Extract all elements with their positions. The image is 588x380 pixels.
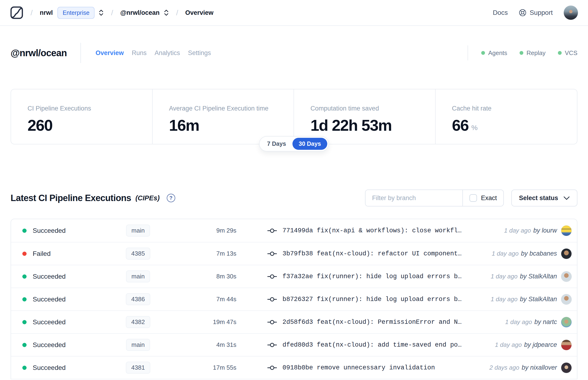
range-30-days-button[interactable]: 30 Days — [292, 138, 327, 150]
meta-cell: 1 day ago by lourw — [504, 225, 572, 236]
duration-label: 7m 13s — [171, 250, 236, 257]
author-label: by nixallover — [522, 364, 557, 371]
workspace-crumb[interactable]: @nrwl/ocean — [120, 9, 159, 17]
table-row[interactable]: Succeeded main 9m 29s 771499da fix(nx-ap… — [11, 219, 577, 242]
duration-label: 4m 31s — [171, 341, 236, 348]
commit-link[interactable]: b8726327 fix(runner): hide log upload er… — [283, 296, 462, 303]
stats-section: CI Pipeline Executions 260 Average CI Pi… — [11, 89, 577, 144]
user-avatar[interactable] — [564, 5, 578, 20]
status-dot — [520, 51, 523, 55]
enterprise-badge[interactable]: Enterprise — [57, 7, 95, 19]
time-label: 1 day ago — [505, 318, 532, 326]
status-label: Succeeded — [33, 296, 66, 303]
branch-cell: 4381 — [105, 362, 171, 374]
top-nav: / nrwl Enterprise / @nrwl/ocean / Overvi… — [0, 0, 588, 26]
branch-cell: main — [105, 225, 171, 237]
stat-value: 16m — [169, 117, 199, 133]
commit-link[interactable]: 771499da fix(nx-api & workflows): close … — [283, 227, 462, 234]
branch-cell: 4385 — [105, 247, 171, 260]
table-row[interactable]: Succeeded 4381 17m 55s 0918b0be remove u… — [11, 356, 577, 379]
docs-link[interactable]: Docs — [493, 9, 508, 17]
time-label: 1 day ago — [491, 273, 517, 280]
commit-cell: 3b79fb38 feat(nx-cloud): refactor UI com… — [267, 250, 492, 257]
range-7-days-button[interactable]: 7 Days — [261, 138, 292, 150]
branch-cell: main — [105, 339, 171, 351]
commit-link[interactable]: f37a32ae fix(runner): hide log upload er… — [283, 273, 462, 280]
git-commit-icon — [267, 296, 277, 303]
status-dot — [22, 252, 27, 256]
status-label: Succeeded — [33, 273, 66, 280]
table-row[interactable]: Succeeded 4382 19m 47s 2d58f6d3 feat(nx-… — [11, 310, 577, 333]
table-row[interactable]: Succeeded main 4m 31s dfed80d3 feat(nx-c… — [11, 333, 577, 356]
stat-card-time-saved: Computation time saved 1d 22h 53m — [294, 89, 436, 144]
status-label: Succeeded — [33, 364, 66, 372]
status-label: Succeeded — [33, 318, 66, 326]
service-agents[interactable]: Agents — [481, 49, 507, 57]
nx-cloud-logo-icon[interactable] — [10, 6, 23, 19]
stat-value: 1d 22h 53m — [310, 117, 392, 133]
status-label: Succeeded — [33, 227, 66, 234]
org-crumb[interactable]: nrwl — [40, 9, 53, 17]
branch-badge: 4386 — [126, 293, 150, 305]
time-label: 1 day ago — [504, 227, 531, 234]
page-crumb[interactable]: Overview — [185, 9, 214, 17]
service-replay[interactable]: Replay — [520, 49, 546, 57]
lifebuoy-icon — [519, 9, 527, 17]
commit-link[interactable]: dfed80d3 feat(nx-cloud): add time-saved … — [283, 342, 462, 348]
service-label: VCS — [565, 49, 577, 57]
cipes-filters: Exact Select status — [365, 190, 577, 207]
duration-label: 9m 29s — [171, 227, 236, 234]
commit-link[interactable]: 3b79fb38 feat(nx-cloud): refactor UI com… — [283, 250, 462, 257]
time-label: 1 day ago — [495, 341, 522, 348]
branch-filter-input[interactable] — [365, 190, 462, 206]
workspace-selector-chevrons-icon[interactable] — [163, 9, 169, 16]
git-commit-icon — [267, 319, 277, 325]
status-dot — [22, 343, 27, 347]
branch-badge: main — [126, 225, 150, 237]
tab-analytics[interactable]: Analytics — [154, 49, 180, 57]
status-dot — [558, 51, 562, 55]
divider — [80, 43, 81, 63]
table-row[interactable]: Failed 4385 7m 13s 3b79fb38 feat(nx-clou… — [11, 242, 577, 265]
divider — [468, 45, 468, 60]
duration-label: 7m 44s — [171, 296, 236, 303]
service-label: Agents — [488, 49, 507, 57]
table-row[interactable]: Succeeded main 8m 30s f37a32ae fix(runne… — [11, 265, 577, 287]
commit-cell: b8726327 fix(runner): hide log upload er… — [267, 296, 491, 303]
status-cell: Succeeded — [22, 341, 105, 349]
branch-badge: 4385 — [126, 247, 150, 260]
org-selector-chevrons-icon[interactable] — [98, 9, 104, 16]
status-dot — [22, 366, 27, 370]
table-row[interactable]: Succeeded 4386 7m 44s b8726327 fix(runne… — [11, 287, 577, 310]
stat-value: 260 — [28, 117, 53, 133]
meta-cell: 1 day ago by bcabanes — [492, 248, 572, 259]
chevron-down-icon — [563, 196, 570, 200]
tab-runs[interactable]: Runs — [132, 49, 147, 57]
breadcrumb-separator: / — [31, 8, 33, 17]
exact-checkbox[interactable] — [470, 194, 477, 202]
author-avatar — [561, 294, 572, 305]
commit-link[interactable]: 0918b0be remove unnecessary invalidation — [283, 364, 435, 371]
commit-link[interactable]: 2d58f6d3 feat(nx-cloud): PermissionError… — [283, 319, 462, 326]
stat-label: Cache hit rate — [452, 105, 572, 112]
status-select-button[interactable]: Select status — [511, 190, 577, 207]
tab-settings[interactable]: Settings — [188, 49, 211, 57]
tab-overview[interactable]: Overview — [95, 49, 124, 57]
help-icon[interactable]: ? — [167, 194, 175, 202]
breadcrumb-separator: / — [111, 8, 113, 17]
branch-badge: main — [126, 339, 150, 351]
git-commit-icon — [267, 228, 277, 234]
status-dot — [22, 274, 27, 279]
stat-label: CI Pipeline Executions — [28, 105, 148, 112]
status-dot — [22, 297, 27, 302]
support-link[interactable]: Support — [519, 9, 553, 17]
workspace-tabs: Overview Runs Analytics Settings — [95, 49, 211, 57]
duration-label: 17m 55s — [171, 364, 236, 371]
author-label: by jdpearce — [524, 341, 557, 348]
cipes-title-suffix: (CIPEs) — [135, 194, 160, 202]
branch-badge: 4381 — [126, 362, 150, 374]
status-dot — [22, 228, 27, 233]
time-label: 2 days ago — [490, 364, 519, 371]
cipe-table: Succeeded main 9m 29s 771499da fix(nx-ap… — [11, 219, 577, 379]
service-vcs[interactable]: VCS — [558, 49, 577, 57]
